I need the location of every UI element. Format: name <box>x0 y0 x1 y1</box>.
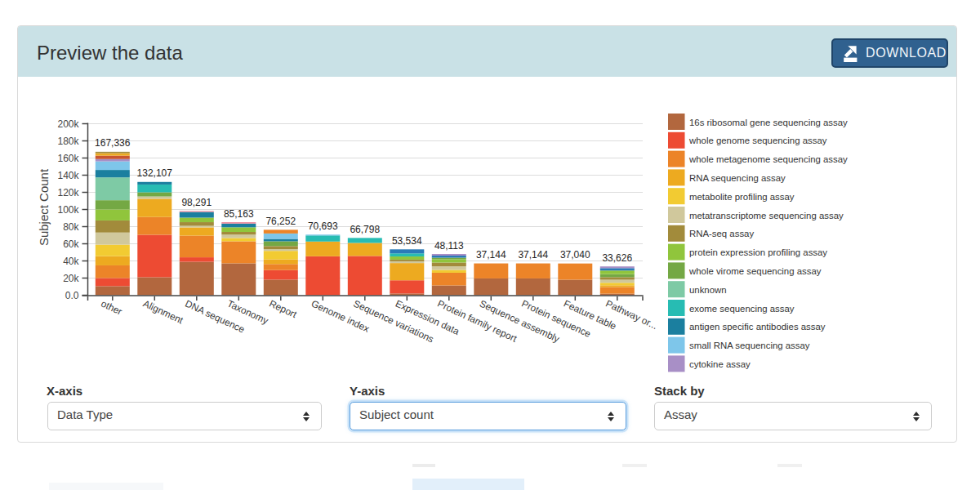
svg-text:60k: 60k <box>63 238 79 250</box>
svg-text:37,040: 37,040 <box>560 249 590 261</box>
svg-text:20k: 20k <box>63 273 79 284</box>
svg-text:Report: Report <box>268 298 300 321</box>
svg-text:37,144: 37,144 <box>518 249 548 261</box>
svg-text:167,336: 167,336 <box>95 137 131 149</box>
svg-text:cytokine assay: cytokine assay <box>689 359 751 369</box>
svg-text:80k: 80k <box>63 221 79 233</box>
svg-text:protein expression profiling a: protein expression profiling assay <box>689 247 827 257</box>
svg-text:whole metagenome sequencing as: whole metagenome sequencing assay <box>688 154 848 164</box>
svg-text:Subject Count: Subject Count <box>37 168 51 246</box>
svg-text:140k: 140k <box>57 170 79 181</box>
svg-text:76,252: 76,252 <box>265 216 296 227</box>
svg-text:small RNA sequencing assay: small RNA sequencing assay <box>689 341 810 350</box>
svg-text:RNA sequencing assay: RNA sequencing assay <box>689 173 786 183</box>
svg-text:160k: 160k <box>57 153 79 164</box>
svg-text:200k: 200k <box>57 118 79 130</box>
svg-text:180k: 180k <box>57 136 79 147</box>
svg-text:other: other <box>100 298 124 318</box>
svg-text:whole virome sequencing assay: whole virome sequencing assay <box>688 266 822 276</box>
svg-text:48,113: 48,113 <box>434 240 464 252</box>
svg-text:66,798: 66,798 <box>350 224 380 235</box>
svg-text:metabolite profiling assay: metabolite profiling assay <box>689 192 795 202</box>
svg-text:33,626: 33,626 <box>602 252 632 264</box>
svg-text:70,693: 70,693 <box>308 220 338 232</box>
svg-text:37,144: 37,144 <box>476 249 506 261</box>
svg-text:40k: 40k <box>63 256 79 267</box>
svg-text:0.0: 0.0 <box>65 290 79 301</box>
svg-text:132,107: 132,107 <box>137 167 173 179</box>
svg-text:antigen specific antibodies as: antigen specific antibodies assay <box>689 322 826 332</box>
svg-text:RNA-seq assay: RNA-seq assay <box>689 229 754 238</box>
svg-text:exome sequencing assay: exome sequencing assay <box>689 304 795 314</box>
svg-text:120k: 120k <box>57 187 79 198</box>
svg-text:53,534: 53,534 <box>392 235 422 247</box>
svg-text:whole genome sequencing assay: whole genome sequencing assay <box>688 136 827 145</box>
svg-text:85,163: 85,163 <box>224 208 254 220</box>
svg-text:Alignment: Alignment <box>141 298 185 327</box>
svg-text:98,291: 98,291 <box>181 197 212 208</box>
svg-text:metatranscriptome sequencing a: metatranscriptome sequencing assay <box>689 211 844 220</box>
svg-text:16s ribosomal gene sequencing: 16s ribosomal gene sequencing assay <box>689 118 848 127</box>
svg-text:100k: 100k <box>57 204 79 216</box>
svg-text:unknown: unknown <box>689 285 727 295</box>
